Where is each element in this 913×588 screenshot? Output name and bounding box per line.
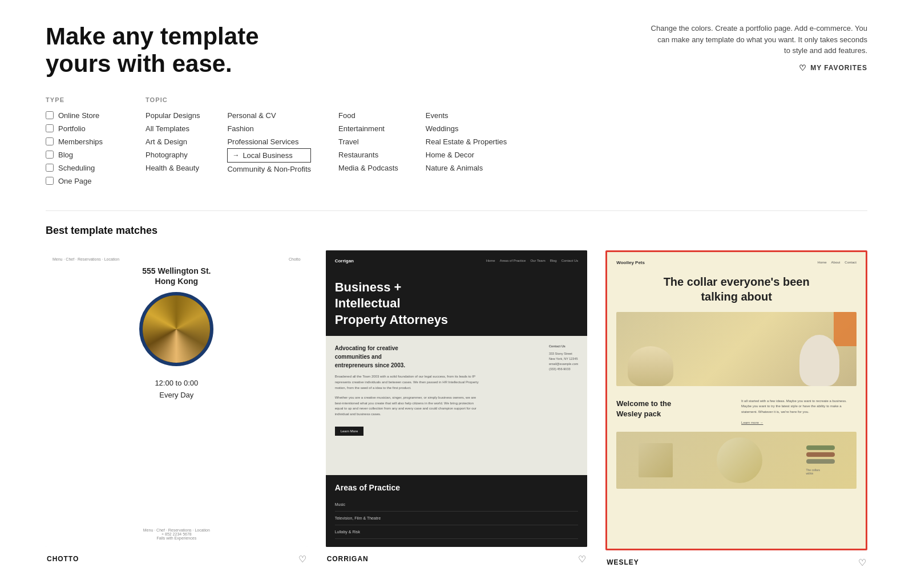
topic-popular-designs[interactable]: Popular Designs xyxy=(146,109,200,122)
topic-art-design[interactable]: Art & Design xyxy=(146,135,200,148)
topic-col-1: Popular Designs All Templates Art & Desi… xyxy=(146,109,200,176)
wesley-body-text: It all started with a few ideas. Maybe y… xyxy=(741,399,857,426)
topic-restaurants[interactable]: Restaurants xyxy=(338,148,398,161)
checkbox-portfolio[interactable] xyxy=(46,124,54,132)
food-image xyxy=(143,295,210,363)
chotto-favorite-button[interactable]: ♡ xyxy=(298,554,306,565)
chotto-plate xyxy=(139,292,213,366)
wesley-template-name: WESLEY xyxy=(607,558,639,566)
checkbox-scheduling[interactable] xyxy=(46,164,54,172)
chotto-template-name: CHOTTO xyxy=(47,555,79,563)
wesley-headline: The collar everyone's beentalking about xyxy=(616,274,857,304)
templates-grid: Menu · Chef · Reservations · Location Ch… xyxy=(46,250,867,575)
type-filter-list: Online Store Portfolio Memberships Blog xyxy=(46,109,146,188)
section-title: Best template matches xyxy=(46,225,867,237)
template-card-corrigan[interactable]: Corrigan HomeAreas of PracticeOur TeamBl… xyxy=(326,250,588,575)
best-matches-section: Best template matches Menu · Chef · Rese… xyxy=(46,225,867,575)
arrow-icon: → xyxy=(232,151,239,159)
headline-line2: yours with ease. xyxy=(46,50,232,77)
topic-food[interactable]: Food xyxy=(338,109,398,122)
description: Change the colors. Create a portfolio pa… xyxy=(651,23,867,56)
chotto-nav: Menu · Chef · Reservations · Location Ch… xyxy=(52,257,301,261)
template-card-chotto[interactable]: Menu · Chef · Reservations · Location Ch… xyxy=(46,250,308,575)
topic-col-2: Personal & CV Fashion Professional Servi… xyxy=(227,109,311,176)
filter-scheduling[interactable]: Scheduling xyxy=(46,161,146,175)
filter-portfolio[interactable]: Portfolio xyxy=(46,122,146,135)
filter-online-store[interactable]: Online Store xyxy=(46,109,146,122)
corrigan-logo: Corrigan xyxy=(335,258,354,263)
topic-nature-animals[interactable]: Nature & Animals xyxy=(426,161,507,175)
topic-local-business[interactable]: → Local Business xyxy=(227,148,311,163)
corrigan-top-section: Corrigan HomeAreas of PracticeOur TeamBl… xyxy=(326,250,588,336)
corrigan-body-text: Broadened all the Town 2003 with a solid… xyxy=(335,374,481,391)
topic-media-podcasts[interactable]: Media & Podcasts xyxy=(338,161,398,175)
topic-col-4: Events Weddings Real Estate & Properties… xyxy=(426,109,507,176)
checkbox-blog[interactable] xyxy=(46,151,54,159)
topic-all-templates[interactable]: All Templates xyxy=(146,122,200,135)
chotto-preview-wrapper: Menu · Chef · Reservations · Location Ch… xyxy=(46,250,308,547)
topic-col-3: Food Entertainment Travel Restaurants Me… xyxy=(338,109,398,176)
corrigan-body-text-2: Whether you are a creative musician, sin… xyxy=(335,395,481,417)
corrigan-area-television: Television, Film & Theatre xyxy=(335,512,579,525)
wesley-dog-image xyxy=(616,312,857,386)
orange-decoration xyxy=(834,312,857,346)
chotto-title: 555 Wellington St.Hong Kong xyxy=(142,266,211,286)
corrigan-bottom-section: Areas of Practice Music Television, Film… xyxy=(326,475,588,547)
wesley-welcome-title: Welcome to theWesley pack xyxy=(616,399,671,419)
type-filter-group: TYPE Online Store Portfolio Memberships xyxy=(46,96,146,188)
my-favorites-label: MY FAVORITES xyxy=(810,64,867,72)
topic-professional-services[interactable]: Professional Services xyxy=(227,135,311,148)
corrigan-preview-image: Corrigan HomeAreas of PracticeOur TeamBl… xyxy=(326,250,588,547)
divider xyxy=(46,210,867,211)
checkbox-one-page[interactable] xyxy=(46,177,54,185)
topic-personal-cv[interactable]: Personal & CV xyxy=(227,109,311,122)
corrigan-card-footer: CORRIGAN ♡ xyxy=(326,547,588,571)
filter-one-page[interactable]: One Page xyxy=(46,175,146,188)
wesley-favorite-button[interactable]: ♡ xyxy=(858,557,866,568)
wesley-nav-links: HomeAboutContact xyxy=(818,261,857,264)
chotto-card-footer: CHOTTO ♡ xyxy=(46,547,308,571)
corrigan-learn-more-button[interactable]: Learn More xyxy=(335,427,364,436)
wesley-preview-image: Woolley Pets HomeAboutContact The collar… xyxy=(607,252,866,549)
corrigan-area-lullaby: Lullaby & Risk xyxy=(335,525,579,539)
corrigan-preview-wrapper: Corrigan HomeAreas of PracticeOur TeamBl… xyxy=(326,250,588,547)
filter-memberships[interactable]: Memberships xyxy=(46,135,146,148)
chotto-hours: 12:00 to 0:00Every Day xyxy=(155,378,198,402)
topic-label: TOPIC xyxy=(146,96,867,103)
chotto-preview-image: Menu · Chef · Reservations · Location Ch… xyxy=(46,250,308,547)
wesley-nav: Woolley Pets HomeAboutContact xyxy=(616,260,857,265)
corrigan-template-name: CORRIGAN xyxy=(327,555,369,563)
topic-home-decor[interactable]: Home & Decor xyxy=(426,148,507,161)
type-label: TYPE xyxy=(46,96,146,103)
topic-filter-group: TOPIC Popular Designs All Templates Art … xyxy=(146,96,867,188)
checkbox-memberships[interactable] xyxy=(46,137,54,145)
headline: Make any template yours with ease. xyxy=(46,23,259,78)
topic-photography[interactable]: Photography xyxy=(146,148,200,161)
wesley-preview-wrapper: Woolley Pets HomeAboutContact The collar… xyxy=(605,250,867,550)
dog-silhouette xyxy=(799,335,839,386)
my-favorites-button[interactable]: ♡ MY FAVORITES xyxy=(799,63,867,72)
topic-weddings[interactable]: Weddings xyxy=(426,122,507,135)
corrigan-middle-section: Advocating for creative communities and … xyxy=(326,336,588,475)
topic-community-nonprofits[interactable]: Community & Non-Profits xyxy=(227,163,311,176)
topic-fashion[interactable]: Fashion xyxy=(227,122,311,135)
filter-blog[interactable]: Blog xyxy=(46,148,146,161)
checkbox-online-store[interactable] xyxy=(46,111,54,119)
corrigan-area-music: Music xyxy=(335,498,579,512)
topic-real-estate[interactable]: Real Estate & Properties xyxy=(426,135,507,148)
topic-health-beauty[interactable]: Health & Beauty xyxy=(146,161,200,175)
chotto-bottom: Menu · Chef · Reservations · Location + … xyxy=(143,528,210,540)
corrigan-favorite-button[interactable]: ♡ xyxy=(578,554,586,565)
template-card-wesley[interactable]: Woolley Pets HomeAboutContact The collar… xyxy=(605,250,867,575)
corrigan-headline: Business + IntellectualProperty Attorney… xyxy=(335,279,460,329)
corrigan-areas-title: Areas of Practice xyxy=(335,483,579,492)
topic-travel[interactable]: Travel xyxy=(338,135,398,148)
topic-entertainment[interactable]: Entertainment xyxy=(338,122,398,135)
topic-events[interactable]: Events xyxy=(426,109,507,122)
headline-line1: Make any template xyxy=(46,23,259,50)
corrigan-nav-links: HomeAreas of PracticeOur TeamBlogContact… xyxy=(486,259,579,262)
wesley-second-image: The collarswithin xyxy=(616,432,857,489)
corrigan-contact: Contact Us 333 Stony StreetNew York, NY … xyxy=(549,344,578,435)
corrigan-nav: Corrigan HomeAreas of PracticeOur TeamBl… xyxy=(335,258,579,263)
heart-icon: ♡ xyxy=(799,63,807,72)
